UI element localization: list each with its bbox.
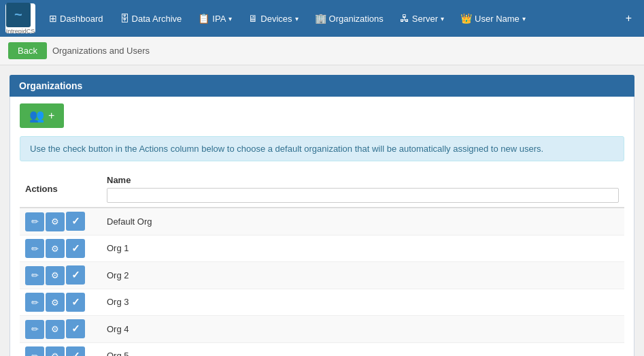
nav-dashboard-label: Dashboard [60,14,103,24]
set-default-button[interactable]: ✓ [66,319,85,338]
settings-button[interactable]: ⚙ [46,346,65,356]
set-default-button[interactable]: ✓ [66,239,85,258]
breadcrumb-path: Organizations and Users [52,46,150,56]
edit-button[interactable]: ✏ [25,266,44,285]
set-default-button[interactable]: ✓ [66,346,85,357]
devices-caret-icon: ▾ [295,15,299,22]
settings-button[interactable]: ⚙ [46,212,65,231]
edit-button[interactable]: ✏ [25,320,44,339]
actions-cell: ✏⚙✓ [20,342,101,356]
nav-ipa[interactable]: 📋 IPA ▾ [191,9,239,28]
navbar: ~ IntrepidCS ⊞ Dashboard 🗄 Data Archive … [0,0,644,37]
nav-user-label: User Name [475,14,520,24]
edit-button[interactable]: ✏ [25,239,44,258]
set-default-button[interactable]: ✓ [66,265,85,285]
actions-cell: ✏⚙✓ [20,208,101,235]
user-icon: 👑 [460,13,472,24]
nav-devices-label: Devices [260,14,292,24]
settings-button[interactable]: ⚙ [46,320,65,339]
dashboard-icon: ⊞ [49,13,57,24]
table-row: ✏⚙✓Default Org [20,208,624,235]
actions-cell: ✏⚙✓ [20,262,101,289]
logo-icon: ~ [6,3,31,27]
info-message: Use the check button in the Actions colu… [20,136,624,161]
nav-organizations-label: Organizations [329,14,384,24]
org-name-cell: Org 2 [101,262,624,289]
devices-icon: 🖥 [248,13,258,24]
organizations-table: Actions Name ✏⚙✓Default Org✏⚙✓Org 1✏⚙✓Or… [20,171,624,356]
org-name-cell: Default Org [101,208,624,235]
edit-button[interactable]: ✏ [25,346,44,356]
org-name-cell: Org 3 [101,289,624,316]
ipa-icon: 📋 [198,13,209,24]
nav-server-label: Server [412,14,438,24]
edit-button[interactable]: ✏ [25,293,44,312]
organizations-icon: 🏢 [315,13,326,24]
org-group-icon: 👥 [29,108,44,123]
org-name-cell: Org 1 [101,235,624,262]
nav-data-archive-label: Data Archive [132,14,182,24]
main-content: Organizations 👥 + Use the check button i… [0,65,644,356]
settings-button[interactable]: ⚙ [46,239,65,258]
add-organization-button[interactable]: 👥 + [20,103,64,128]
settings-button[interactable]: ⚙ [46,293,65,312]
nav-organizations[interactable]: 🏢 Organizations [308,9,390,28]
breadcrumb-bar: Back Organizations and Users [0,37,644,65]
table-row: ✏⚙✓Org 4 [20,316,624,343]
table-row: ✏⚙✓Org 1 [20,235,624,262]
table-row: ✏⚙✓Org 5 [20,342,624,356]
name-filter-input[interactable] [107,188,619,203]
nav-plus-button[interactable]: + [619,8,639,29]
nav-data-archive[interactable]: 🗄 Data Archive [113,9,189,28]
actions-column-header: Actions [20,171,101,208]
actions-cell: ✏⚙✓ [20,235,101,262]
actions-cell: ✏⚙✓ [20,289,101,316]
logo-label: IntrepidCS [6,28,35,35]
nav-dashboard[interactable]: ⊞ Dashboard [42,9,110,28]
back-button[interactable]: Back [8,42,47,59]
actions-cell: ✏⚙✓ [20,316,101,343]
org-name-cell: Org 4 [101,316,624,343]
app-logo[interactable]: ~ IntrepidCS [5,3,35,33]
nav-devices[interactable]: 🖥 Devices ▾ [241,9,305,28]
server-icon: 🖧 [400,13,409,24]
add-icon: + [48,110,54,122]
ipa-caret-icon: ▾ [228,15,232,22]
table-row: ✏⚙✓Org 3 [20,289,624,316]
nav-ipa-label: IPA [212,14,226,24]
table-row: ✏⚙✓Org 2 [20,262,624,289]
data-archive-icon: 🗄 [120,13,129,24]
org-name-cell: Org 5 [101,342,624,356]
user-caret-icon: ▾ [522,15,526,22]
server-caret-icon: ▾ [441,15,444,22]
name-column-header: Name [101,171,624,208]
edit-button[interactable]: ✏ [25,212,44,231]
settings-button[interactable]: ⚙ [46,266,65,285]
nav-user-name[interactable]: 👑 User Name ▾ [454,9,532,28]
nav-server[interactable]: 🖧 Server ▾ [393,9,451,28]
set-default-button[interactable]: ✓ [66,212,85,231]
section-header: Organizations [10,75,634,97]
set-default-button[interactable]: ✓ [66,293,85,312]
section-body: 👥 + Use the check button in the Actions … [10,97,634,356]
